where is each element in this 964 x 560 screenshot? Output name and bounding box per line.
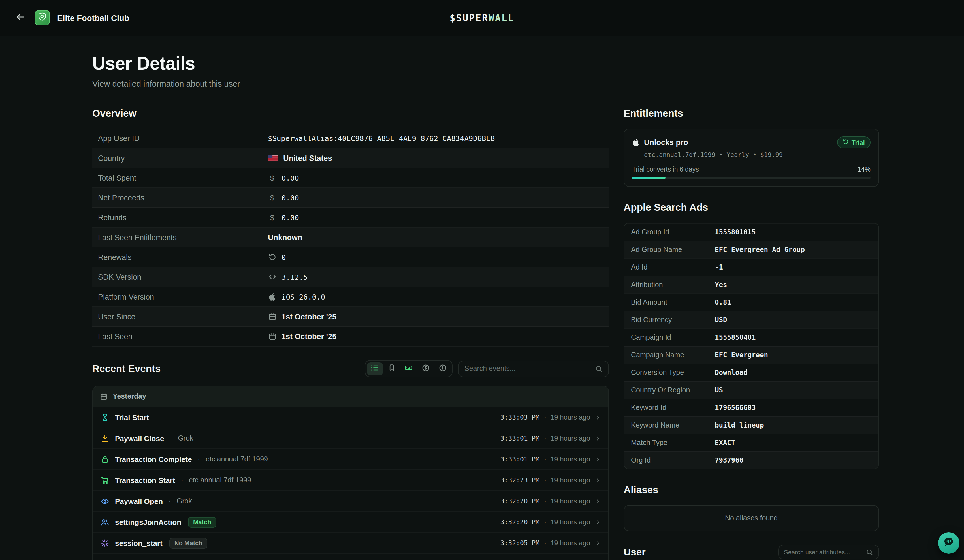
row-value: $ 0.00 — [268, 194, 299, 202]
table-row: Bid Currency USD — [624, 311, 878, 329]
trial-status-badge: Trial — [837, 137, 871, 148]
event-separator — [169, 434, 172, 443]
events-filter-toolbar — [365, 360, 453, 377]
event-name: Trial Start — [115, 413, 149, 422]
event-type-icon — [100, 497, 109, 505]
row-value-text: 0 — [282, 253, 286, 261]
row-value-text: 3.12.5 — [282, 273, 308, 281]
row-label: Total Spent — [98, 174, 268, 182]
user-heading: User — [624, 546, 646, 558]
row-value: $ 0.00 — [268, 174, 299, 182]
table-row: Keyword Id 1796566603 — [624, 399, 878, 416]
row-value: United States — [268, 154, 332, 162]
search-user-attributes-input[interactable] — [784, 549, 863, 555]
event-relative-time: 19 hours ago — [544, 455, 590, 463]
trial-converts-text: Trial converts in 6 days — [632, 166, 699, 173]
row-value: 0 — [268, 253, 286, 261]
filter-transaction-events[interactable] — [418, 362, 433, 375]
event-relative-time: 19 hours ago — [544, 476, 590, 484]
filter-info-events[interactable] — [435, 362, 451, 375]
main-content: User Details View detailed information a… — [0, 36, 964, 560]
table-row: Country Or Region US — [624, 381, 878, 399]
event-row[interactable]: Session Start 3:32:05 PM 19 hours ago — [93, 553, 608, 560]
trial-progress-fill — [632, 177, 666, 179]
row-value-icon: $ — [268, 174, 277, 182]
event-row[interactable]: Transaction Start etc.annual.7df.1999 3:… — [93, 469, 608, 490]
event-subtitle: etc.annual.7df.1999 — [189, 476, 251, 484]
events-search-box — [458, 360, 609, 377]
row-value: 0.81 — [715, 298, 731, 306]
table-row: Campaign Name EFC Evergreen — [624, 346, 878, 363]
table-row: SDK Version 3.12.5 — [92, 267, 609, 287]
chevron-right-icon — [595, 456, 601, 462]
row-label: Ad Group Id — [631, 228, 715, 236]
filter-device-events[interactable] — [384, 362, 400, 375]
event-subtitle: etc.annual.7df.1999 — [205, 455, 268, 463]
events-group-header: Yesterday — [93, 386, 608, 407]
event-row[interactable]: Paywall Open Grok 3:32:20 PM 19 hours ag… — [93, 490, 608, 511]
app-name: Elite Football Club — [57, 13, 129, 22]
logo-prefix: $SUPER — [450, 13, 489, 23]
row-value-text: 1st October '25 — [282, 332, 336, 340]
event-subtitle: Grok — [177, 497, 192, 505]
chevron-right-icon — [595, 540, 601, 546]
trial-badge-label: Trial — [852, 139, 865, 146]
event-row[interactable]: Trial Start 3:33:03 PM 19 hours ago — [93, 407, 608, 428]
row-value: 1st October '25 — [268, 332, 336, 340]
row-label: Renewals — [98, 253, 268, 261]
row-value: Download — [715, 369, 747, 376]
row-label: Ad Group Name — [631, 246, 715, 254]
chevron-right-icon — [595, 414, 601, 420]
back-button[interactable] — [14, 10, 27, 26]
event-row[interactable]: Transaction Complete etc.annual.7df.1999… — [93, 448, 608, 469]
row-value: EFC Evergreen Ad Group — [715, 246, 805, 254]
club-logo-icon — [34, 10, 50, 26]
event-type-icon — [100, 413, 109, 422]
row-value: EXACT — [715, 439, 735, 447]
row-value-icon — [268, 253, 277, 261]
row-value-text: 0.00 — [282, 174, 299, 182]
filter-all-events[interactable] — [367, 362, 383, 375]
row-value: 1st October '25 — [268, 312, 336, 321]
row-value-text: 0.00 — [282, 213, 299, 222]
row-value: USD — [715, 316, 727, 324]
chat-button[interactable] — [938, 532, 959, 554]
row-label: Keyword Id — [631, 404, 715, 412]
event-name: Paywall Close — [115, 434, 164, 443]
table-row: Ad Group Name EFC Evergreen Ad Group — [624, 241, 878, 258]
apple-icon — [632, 139, 640, 146]
event-relative-time: 19 hours ago — [544, 434, 590, 442]
trial-percentage: 14% — [858, 166, 871, 173]
table-row: Ad Id -1 — [624, 258, 878, 276]
chevron-right-icon — [595, 435, 601, 441]
row-value: Unknown — [268, 233, 303, 241]
row-value: $SuperwallAlias:40EC9876-A85E-4AE9-8762-… — [268, 134, 495, 142]
events-group-label: Yesterday — [113, 392, 146, 400]
row-value-text: iOS 26.0.0 — [282, 293, 325, 301]
row-value-icon — [268, 155, 278, 161]
search-events-input[interactable] — [464, 365, 591, 373]
event-relative-time: 19 hours ago — [544, 518, 590, 526]
event-separator — [198, 455, 200, 464]
row-value-icon: $ — [268, 194, 277, 202]
event-row[interactable]: Paywall Close Grok 3:33:01 PM 19 hours a… — [93, 428, 608, 448]
search-icon — [595, 365, 602, 372]
entitlements-heading: Entitlements — [624, 107, 879, 119]
row-label: Ad Id — [631, 263, 715, 271]
events-rows: Trial Start 3:33:03 PM 19 hours ago — [93, 407, 608, 560]
event-row[interactable]: settingsJoinAction Match 3:32:20 PM 19 h… — [93, 511, 608, 532]
table-row: Attribution Yes — [624, 276, 878, 293]
chevron-right-icon — [595, 477, 601, 483]
top-bar: Elite Football Club $SUPERWALL — [0, 0, 964, 36]
entitlement-product-detail: etc.annual.7df.1999 • Yearly • $19.99 — [644, 151, 871, 158]
event-name: session_start — [115, 539, 163, 547]
filter-revenue-events[interactable] — [401, 362, 417, 375]
event-row[interactable]: session_start No Match 3:32:05 PM 19 hou… — [93, 532, 608, 553]
event-relative-time: 19 hours ago — [544, 497, 590, 505]
table-row: App User ID $SuperwallAlias:40EC9876-A85… — [92, 129, 609, 148]
filter-icon — [405, 363, 413, 374]
logo-suffix: WALL — [489, 13, 515, 23]
event-time: 3:32:23 PM — [500, 476, 540, 484]
filter-icon — [371, 363, 379, 374]
superwall-logo: $SUPERWALL — [450, 13, 515, 23]
